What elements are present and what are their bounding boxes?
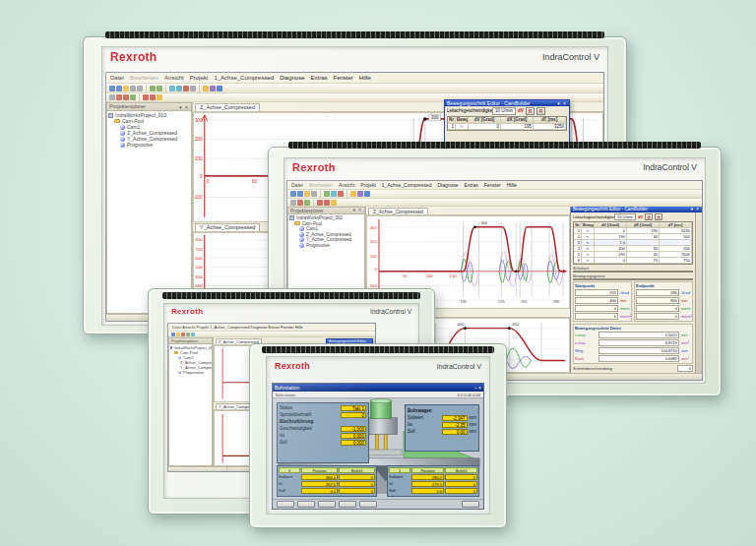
step-row[interactable]: 6∿075750 (574, 258, 692, 264)
cmd-field[interactable]: 0 (339, 488, 375, 494)
soll-field[interactable]: 0.00 (442, 429, 468, 435)
cmd-field[interactable]: 0 (445, 481, 477, 487)
pos-field[interactable]: -357.5 (301, 481, 338, 487)
menu-bearbeiten[interactable]: Bearbeiten (309, 182, 333, 188)
window-buttons[interactable]: – × (474, 385, 481, 391)
save-icon[interactable] (304, 191, 310, 197)
tab-y-achse[interactable]: Y_Achse_Compressed (195, 223, 260, 231)
start-a-field[interactable]: 0 (575, 313, 618, 320)
open-icon[interactable] (116, 86, 122, 91)
function-key-button[interactable] (318, 501, 336, 508)
insert-step-button[interactable]: ▥ (526, 107, 535, 115)
open-icon[interactable] (171, 333, 175, 336)
function-key-button[interactable] (339, 501, 356, 508)
function-key-button[interactable] (297, 501, 315, 508)
point-icon[interactable] (150, 94, 156, 100)
dock-buttons[interactable]: ▾ × (353, 208, 362, 213)
segment-icon[interactable] (123, 94, 129, 100)
menu-hilfe[interactable]: Hilfe (507, 182, 517, 188)
print-icon[interactable] (290, 200, 296, 206)
pos-field[interactable]: 280.0 (411, 474, 444, 480)
menu-extras[interactable]: Extras (310, 74, 327, 82)
grid-icon[interactable] (130, 94, 136, 100)
hmi-menu-strip[interactable]: Bohrstation (276, 393, 295, 397)
tab-z-achse[interactable]: Z_Achse_Compressed (195, 103, 260, 111)
delete-step-button[interactable]: ▤ (536, 107, 545, 115)
redo-icon[interactable] (157, 86, 162, 91)
start-v-field[interactable]: 0 (575, 305, 618, 312)
soll-field[interactable]: 0.000 (341, 440, 366, 446)
menu-datei[interactable]: Datei (110, 74, 124, 82)
ist-field[interactable]: 0.000 (341, 433, 366, 439)
cmd-field[interactable]: 0 (445, 474, 477, 480)
fit-icon[interactable] (176, 86, 182, 91)
menu-line[interactable]: Datei Ansicht Projekt 1_Achse_Compressed… (172, 325, 303, 330)
open-icon[interactable] (297, 191, 303, 197)
settings-icon[interactable] (217, 86, 222, 91)
status-field[interactable]: Takt 1 (341, 405, 366, 411)
end-y-field[interactable]: 800 (636, 297, 679, 304)
menu-achse[interactable]: 1_Achse_Compressed (382, 182, 432, 188)
zoom-icon[interactable] (191, 333, 195, 336)
bewegungsgesetz-select[interactable]: Allgemeine Bewegung: Polynom 5. Ordnung▾ (573, 278, 693, 280)
pos-field[interactable]: 279.5 (411, 481, 444, 487)
menu-projekt[interactable]: Projekt (360, 182, 376, 188)
menu-extras[interactable]: Extras (465, 182, 478, 188)
run-icon[interactable] (183, 86, 189, 91)
cmd-field[interactable]: 0 (339, 474, 375, 480)
speed-value[interactable]: 10 U/min (492, 107, 516, 115)
end-x-field[interactable]: 285 (636, 289, 679, 296)
menu-ansicht[interactable]: Ansicht (164, 74, 184, 82)
new-icon[interactable] (109, 86, 115, 91)
tab-z-achse[interactable]: Z_Achse_Compressed (368, 208, 428, 214)
tree-item[interactable]: Prognostive (289, 243, 363, 249)
undo-icon[interactable] (324, 191, 330, 197)
undo-icon[interactable] (150, 86, 156, 91)
point-icon[interactable] (324, 200, 330, 206)
tree-item[interactable]: Prognostive (108, 142, 190, 148)
menu-achse[interactable]: 1_Achse_Compressed (214, 74, 274, 82)
save-icon[interactable] (176, 333, 180, 336)
menu-bearbeiten[interactable]: Bearbeiten (130, 74, 158, 82)
menu-fenster[interactable]: Fenster (484, 182, 501, 188)
table-icon[interactable] (331, 200, 337, 206)
zoom-icon[interactable] (331, 191, 337, 197)
menu-fenster[interactable]: Fenster (334, 74, 353, 82)
menu-projekt[interactable]: Projekt (190, 74, 209, 82)
dock-buttons[interactable]: ▾ × (179, 104, 189, 110)
start-y-field[interactable]: 400 (575, 297, 618, 304)
sollwert-field[interactable]: -2.347 (442, 415, 468, 421)
pos-field[interactable]: 0.0 (411, 488, 444, 494)
function-key-button[interactable] (277, 501, 294, 508)
curve-icon[interactable] (143, 94, 149, 100)
download-icon[interactable] (203, 86, 209, 91)
end-a-field[interactable]: 0 (636, 313, 679, 320)
table-icon[interactable] (157, 94, 162, 100)
speed-field[interactable]: -1.000 (341, 426, 366, 432)
grid-icon[interactable] (186, 333, 190, 336)
insert-step-button[interactable]: ▥ (645, 213, 653, 220)
menu-diagnose[interactable]: Diagnose (280, 74, 304, 82)
cut-icon[interactable] (130, 86, 136, 91)
menu-hilfe[interactable]: Hilfe (359, 74, 371, 82)
end-v-field[interactable]: 0 (636, 305, 679, 312)
online-icon[interactable] (357, 191, 363, 197)
menu-datei[interactable]: Datei (291, 182, 303, 188)
online-icon[interactable] (210, 86, 216, 91)
settings-icon[interactable] (364, 191, 370, 197)
ueberschneidung-field[interactable]: 0 (677, 365, 693, 372)
speed-value[interactable]: 10 U/min (614, 213, 636, 220)
vertical-scrollbar[interactable] (695, 212, 702, 374)
copy-icon[interactable] (137, 86, 143, 91)
delete-step-button[interactable]: ▤ (655, 213, 662, 220)
zoom-icon[interactable] (169, 86, 175, 91)
cmd-field[interactable]: 0 (339, 481, 375, 487)
start-x-field[interactable]: 255 (575, 289, 618, 296)
download-icon[interactable] (350, 191, 356, 197)
grid-icon[interactable] (304, 200, 310, 206)
pos-field[interactable]: -360.0 (301, 474, 338, 480)
menu-diagnose[interactable]: Diagnose (437, 182, 458, 188)
run-icon[interactable] (181, 333, 185, 336)
cmd-field[interactable]: 0 (445, 488, 477, 494)
stop-icon[interactable] (190, 86, 196, 91)
